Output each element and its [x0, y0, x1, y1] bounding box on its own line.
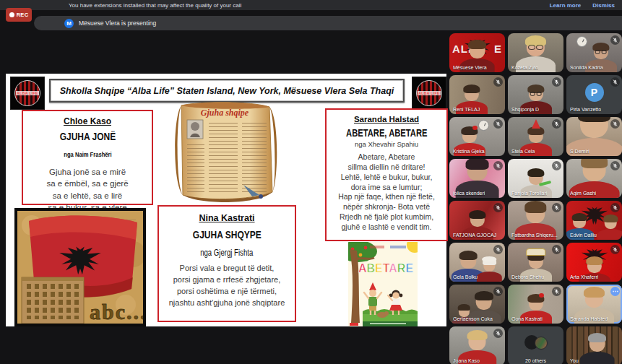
participant-silhouette	[579, 334, 614, 364]
abetare-book-cover-image: ABETARE	[348, 242, 418, 326]
participant-tile-23[interactable]: You	[566, 326, 622, 364]
participant-tile-12[interactable]: FATJONA GJOCAJ	[449, 201, 505, 240]
participant-tile-10[interactable]: Fanjola Torollari	[508, 159, 563, 198]
mic-muted-icon	[493, 161, 503, 170]
glasses	[528, 45, 543, 51]
poem-title: GJUHA JONË	[59, 130, 116, 142]
overflow-participants-avatars	[524, 335, 548, 350]
mic-muted-icon	[552, 119, 561, 129]
dismiss-link[interactable]: Dismiss	[592, 2, 615, 9]
participant-tile-11[interactable]: Agim Gashi	[566, 159, 622, 198]
participant-tile-21[interactable]: Joana Kaso	[449, 326, 505, 364]
poem-title: ABETARE, ABETARE	[346, 127, 427, 139]
participant-tile-15[interactable]: Gela Bolku	[449, 243, 505, 282]
more-options-button[interactable]: ⋯	[610, 287, 620, 296]
participant-name: jolica skenderi	[453, 191, 485, 196]
poem-box-chloe-kaso: Chloe Kaso GJUHA JONË nga Naim Frashëri …	[22, 110, 153, 205]
mic-muted-icon	[610, 161, 620, 170]
mic-muted-icon	[493, 203, 503, 212]
poem-text: Abetare, Abetare sillma diellin në drita…	[327, 152, 446, 233]
participant-tile-17[interactable]: Arta Xhaferri	[566, 243, 622, 282]
participant-tile-4[interactable]: Shqiponja D	[508, 75, 563, 114]
participant-tile-20[interactable]: Saranda Halsted⋯	[566, 285, 622, 324]
participant-name: Mësuese Vlera	[453, 65, 487, 70]
poem-box-nina-kastrati: Nina Kastrati GJUHA SHQYPE nga Gjergj Fi…	[157, 205, 296, 322]
participant-silhouette	[477, 259, 502, 282]
glasses	[595, 50, 607, 54]
mic-muted-icon	[552, 203, 561, 212]
mic-muted-icon	[610, 245, 620, 254]
presenter-avatar: M	[64, 19, 74, 28]
poem-author: nga Xhevahir Spahiu	[327, 140, 446, 148]
presenting-status-text: Mësuese Vlera is presenting	[79, 20, 156, 27]
poem-author: nga Naim Frashëri	[64, 150, 111, 158]
recording-label: REC	[17, 12, 29, 18]
presenting-status-bar: M Mësuese Vlera is presenting	[34, 16, 622, 30]
hat	[482, 256, 496, 262]
participants-video-grid: ALBEMësuese VleraKozeta ZyloSonilda Kadr…	[449, 33, 622, 364]
participant-name: You	[570, 358, 579, 363]
participant-name: Debora Shehu	[511, 274, 544, 280]
participant-tile-14[interactable]: Edvin Dalliu	[566, 201, 622, 240]
scroll-title: Gjuha shqipe	[201, 108, 249, 118]
participant-tile-2[interactable]: Sonilda Kadria	[566, 33, 622, 72]
participant-tile-6[interactable]: Kristina Gjeka	[449, 117, 505, 156]
participant-name: Fatbardha Shiqeru...	[511, 233, 558, 238]
alba-life-logo-right: ALBA LIFE	[412, 77, 446, 110]
mic-muted-icon	[552, 161, 561, 170]
mic-muted-icon	[493, 329, 503, 338]
participant-name: Fanjola Torollari	[511, 191, 547, 196]
participant-tile-9[interactable]: jolica skenderi	[449, 159, 505, 198]
participant-name: Gela Bolku	[453, 274, 478, 280]
student-name: Nina Kastrati	[159, 213, 295, 223]
participant-name: Stela Cela	[511, 149, 535, 154]
book-title: ABETARE	[358, 262, 414, 274]
participant-tile-13[interactable]: Fatbardha Shiqeru...	[508, 201, 563, 240]
participant-name: 20 others	[508, 358, 563, 363]
participant-name: Gona Kastrati	[511, 316, 543, 321]
participant-name: Sonilda Kadria	[570, 65, 603, 70]
student-name: Saranda Halstad	[327, 115, 446, 124]
mic-muted-icon	[552, 245, 561, 254]
participant-tile-8[interactable]: S Demiri	[566, 117, 622, 156]
mic-muted-icon	[552, 77, 561, 87]
participant-tile-16[interactable]: Debora Shehu	[508, 243, 563, 282]
participant-tile-18[interactable]: Gertaenson Cuka	[449, 285, 505, 324]
alba-life-logo-left: ALBA LIFE	[10, 77, 45, 110]
participant-name: Reni TELAJ	[453, 107, 480, 112]
notification-text: You have extensions installed that may a…	[69, 2, 241, 9]
mic-muted-icon	[610, 203, 620, 212]
poem-text: Gjuha jonë sa e mirë sa e ëmbël, sa e gj…	[23, 166, 152, 213]
participant-tile-7[interactable]: Stela Cela	[508, 117, 563, 156]
student-name: Chloe Kaso	[23, 116, 152, 126]
participant-tile-3[interactable]: Reni TELAJ	[449, 75, 505, 114]
participant-name: Kristina Gjeka	[453, 149, 485, 154]
participant-name: FATJONA GJOCAJ	[453, 233, 496, 238]
participant-name: Joana Kaso	[453, 358, 480, 363]
mic-muted-icon	[493, 287, 503, 296]
participant-name: Pirla Vanzetto	[570, 107, 601, 112]
participant-tile-0[interactable]: ALBEMësuese Vlera	[449, 33, 505, 72]
participant-name: Shqiponja D	[511, 107, 539, 112]
participant-silhouette	[597, 215, 622, 240]
participant-name: Kozeta Zylo	[511, 65, 538, 70]
participant-name: Agim Gashi	[570, 191, 596, 196]
recording-indicator: REC	[6, 8, 32, 22]
participant-tile-22[interactable]: 20 others	[508, 326, 563, 364]
poem-author: nga Gjergj Fishta	[200, 248, 253, 258]
letter-avatar: P	[585, 83, 604, 102]
crown-headdress	[526, 248, 546, 256]
poem-box-saranda-halstad: Saranda Halstad ABETARE, ABETARE nga Xhe…	[325, 108, 448, 241]
participant-name: Edvin Dalliu	[570, 233, 597, 238]
relief-abc-text: abc...	[90, 300, 143, 324]
participant-name: S Demiri	[570, 149, 589, 154]
learn-more-link[interactable]: Learn more	[550, 2, 582, 9]
participant-tile-1[interactable]: Kozeta Zylo	[508, 33, 563, 72]
mic-muted-icon	[610, 35, 620, 45]
party-hat	[532, 119, 540, 129]
mic-muted-icon	[610, 119, 620, 129]
participant-tile-19[interactable]: Gona Kastrati	[508, 285, 563, 324]
glasses	[530, 92, 542, 96]
recording-dot-icon	[9, 12, 14, 17]
participant-tile-5[interactable]: PPirla Vanzetto	[566, 75, 622, 114]
